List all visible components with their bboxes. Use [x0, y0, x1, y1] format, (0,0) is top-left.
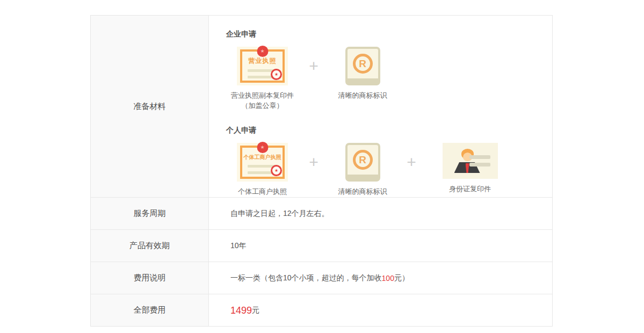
license-title: 营业执照 — [237, 56, 288, 66]
business-license-icon: 营业执照 — [237, 47, 288, 85]
red-seal-icon — [271, 69, 282, 80]
license-title: 个体工商户执照 — [237, 154, 288, 161]
price-number: 1499 — [230, 306, 252, 315]
fee-note-highlight: 100 — [382, 274, 394, 283]
material-item-label: 营业执照副本复印件 （加盖公章） — [231, 90, 294, 111]
fee-note-prefix: 一标一类（包含10个小项，超过的，每个加收 — [230, 273, 382, 283]
table-row-service-period: 服务周期 自申请之日起，12个月左右。 — [91, 197, 552, 229]
person-avatar-icon — [454, 149, 480, 173]
product-spec-table: 准备材料 企业申请 营业执照 — [90, 15, 553, 327]
total-price-value: 1499元 — [209, 294, 552, 326]
id-card-text-line — [469, 155, 490, 159]
service-period-value: 自申请之日起，12个月左右。 — [209, 198, 552, 229]
table-row-fee-note: 费用说明 一标一类（包含10个小项，超过的，每个加收100元） — [91, 262, 552, 294]
row-label-service-period: 服务周期 — [91, 198, 209, 229]
material-item-label: 清晰的商标标识 — [338, 186, 387, 197]
row-label-total-price: 全部费用 — [91, 294, 209, 326]
id-card-icon — [443, 143, 498, 179]
material-item-trademark: R 清晰的商标标识 — [329, 47, 396, 100]
validity-value: 10年 — [209, 230, 552, 262]
id-card-text-line — [469, 163, 490, 166]
plus-icon: + — [299, 143, 329, 182]
registered-mark-glyph: R — [353, 54, 373, 74]
trademark-icon: R — [345, 143, 380, 182]
enterprise-items: 营业执照 营业执照副本复印件 （加盖公章） + — [226, 47, 552, 111]
fee-note-suffix: 元） — [394, 273, 409, 283]
material-item-business-license: 营业执照 营业执照副本复印件 （加盖公章） — [226, 47, 299, 111]
material-item-trademark: R 清晰的商标标识 — [329, 143, 396, 197]
national-emblem-icon — [257, 142, 268, 153]
material-item-label: 身份证复印件 — [449, 184, 491, 194]
table-row-validity: 产品有效期 10年 — [91, 229, 552, 262]
trademark-icon: R — [345, 47, 380, 85]
enterprise-heading: 企业申请 — [226, 30, 552, 39]
personal-heading: 个人申请 — [226, 126, 552, 135]
personal-items: 个体工商户执照 个体工商户执照 + R 清晰 — [226, 143, 552, 197]
materials-content: 企业申请 营业执照 营业执照 — [209, 16, 552, 197]
fee-note-value: 一标一类（包含10个小项，超过的，每个加收100元） — [209, 262, 552, 294]
plus-icon: + — [396, 143, 426, 182]
material-item-individual-license: 个体工商户执照 个体工商户执照 — [226, 143, 299, 197]
price-unit: 元 — [252, 306, 259, 315]
table-row-total-price: 全部费用 1499元 — [91, 294, 552, 326]
table-row-materials: 准备材料 企业申请 营业执照 — [91, 16, 552, 197]
row-label-validity: 产品有效期 — [91, 230, 209, 262]
registered-mark-glyph: R — [353, 150, 373, 170]
material-item-idcard: 身份证复印件 — [426, 143, 513, 194]
row-label-materials: 准备材料 — [91, 16, 209, 197]
red-seal-icon — [271, 165, 282, 176]
personal-section: 个人申请 个体工商户执照 个体工商户执照 — [226, 126, 552, 197]
national-emblem-icon — [257, 46, 268, 57]
individual-license-icon: 个体工商户执照 — [237, 143, 288, 182]
material-item-label: 个体工商户执照 — [238, 186, 287, 197]
plus-icon: + — [299, 47, 329, 85]
material-item-label: 清晰的商标标识 — [338, 90, 387, 100]
page: 准备材料 企业申请 营业执照 — [0, 0, 644, 333]
row-label-fee-note: 费用说明 — [91, 262, 209, 294]
enterprise-section: 企业申请 营业执照 营业执照 — [226, 30, 552, 111]
